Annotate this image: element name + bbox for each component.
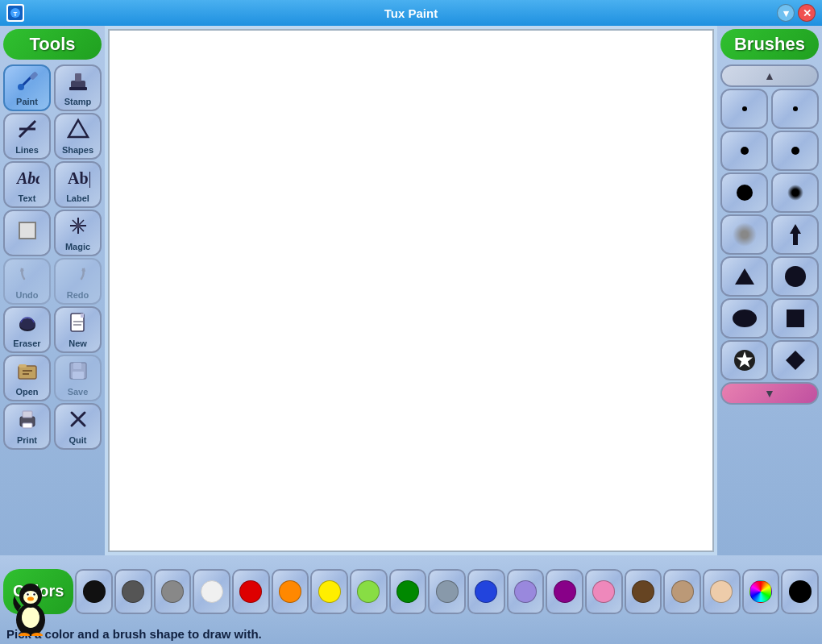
svg-point-4 (18, 84, 24, 90)
color-brown[interactable] (625, 569, 662, 614)
svg-marker-40 (735, 268, 754, 285)
brush-shape-small2 (791, 147, 799, 155)
label-icon: Ab| (66, 166, 90, 192)
color-red[interactable] (232, 569, 270, 614)
brush-shape-med (737, 185, 753, 201)
eraser-label: Eraser (13, 339, 40, 348)
tool-quit[interactable]: Quit (54, 403, 102, 450)
tool-label[interactable]: Ab| Label (54, 161, 102, 208)
tool-open[interactable]: Open (3, 355, 51, 401)
svg-text:Ab|: Ab| (68, 169, 90, 188)
color-light-green[interactable] (350, 569, 388, 614)
color-black[interactable] (75, 569, 113, 614)
brush-shape-softer (733, 222, 757, 247)
color-black2-circle (789, 580, 812, 603)
color-yellow[interactable] (310, 569, 348, 614)
tool-row-7: Open Save (3, 355, 102, 401)
color-rainbow[interactable] (742, 569, 780, 614)
brush-med-soft-right[interactable] (771, 172, 819, 213)
tool-save: Save (54, 355, 102, 401)
brush-diamond[interactable] (771, 340, 819, 380)
color-white[interactable] (193, 569, 230, 614)
tool-row-5: Undo Redo (3, 258, 102, 305)
brush-circle-large[interactable] (771, 256, 819, 297)
svg-text:Abc: Abc (15, 169, 39, 187)
text-icon: Abc (15, 166, 39, 192)
main-area: Tools Paint (0, 26, 822, 555)
close-button[interactable]: ✕ (798, 4, 816, 22)
svg-point-45 (22, 607, 39, 628)
svg-text:T: T (14, 10, 18, 18)
color-green[interactable] (389, 569, 427, 614)
tool-redo: Redo (54, 258, 102, 305)
brush-scroll-up[interactable]: ▲ (720, 64, 819, 87)
brush-tiny-left[interactable] (720, 89, 768, 129)
save-label: Save (68, 387, 89, 397)
tool-row-6: Eraser New (3, 306, 102, 353)
tool-print[interactable]: Print (3, 403, 51, 450)
brush-star[interactable] (720, 340, 768, 380)
svg-point-51 (33, 593, 35, 595)
fill-icon (16, 219, 39, 245)
brush-oval[interactable] (720, 298, 768, 339)
color-tan-circle (671, 580, 694, 603)
print-label: Print (17, 435, 37, 445)
tool-fill[interactable] (3, 210, 51, 256)
brush-soft-left[interactable] (720, 214, 768, 255)
color-peach-circle (710, 580, 733, 603)
brush-small-left[interactable] (720, 131, 768, 171)
tool-eraser[interactable]: Eraser (3, 306, 51, 353)
color-gray[interactable] (154, 569, 192, 614)
svg-marker-43 (786, 351, 805, 370)
svg-rect-24 (81, 314, 84, 318)
brush-row-3 (720, 172, 819, 213)
canvas-area[interactable] (108, 29, 714, 552)
color-white-circle (201, 580, 223, 603)
new-icon (67, 311, 89, 337)
quit-icon (67, 408, 89, 434)
shapes-icon (67, 118, 89, 143)
minimize-button[interactable]: ▾ (777, 4, 795, 22)
open-label: Open (15, 387, 38, 397)
color-purple[interactable] (546, 569, 583, 614)
color-blue[interactable] (467, 569, 505, 614)
color-dark-gray-circle (122, 580, 144, 603)
tool-stamp[interactable]: Stamp (54, 64, 102, 111)
color-pink-circle (592, 580, 615, 603)
color-peach[interactable] (703, 569, 741, 614)
tool-magic[interactable]: Magic (54, 210, 102, 256)
tool-row-1: Paint Stamp (3, 64, 102, 111)
tool-new[interactable]: New (54, 306, 102, 353)
tool-text[interactable]: Abc Text (3, 161, 51, 208)
color-purple-circle (554, 580, 576, 603)
tool-paint[interactable]: Paint (3, 64, 51, 111)
redo-label: Redo (67, 290, 89, 300)
brush-triangle[interactable] (720, 256, 768, 297)
brush-arrow-right[interactable] (771, 214, 819, 255)
paint-icon (16, 69, 39, 95)
color-dark-gray[interactable] (114, 569, 152, 614)
brush-square[interactable] (771, 298, 819, 339)
color-purple-light-circle (514, 580, 537, 603)
color-tan[interactable] (663, 569, 701, 614)
brush-med-left[interactable] (720, 172, 768, 213)
brush-tiny-right[interactable] (771, 89, 819, 129)
color-orange[interactable] (272, 569, 309, 614)
svg-rect-7 (75, 73, 81, 81)
color-blue-gray[interactable] (428, 569, 466, 614)
tool-row-4: Magic (3, 210, 102, 256)
brush-small-right[interactable] (771, 131, 819, 171)
lines-icon (16, 118, 39, 143)
svg-rect-32 (73, 363, 81, 369)
label-label: Label (66, 193, 89, 203)
color-black-circle (83, 580, 106, 603)
tool-lines[interactable]: Lines (3, 113, 51, 160)
color-purple-light[interactable] (507, 569, 545, 614)
brush-scroll-down[interactable]: ▼ (720, 382, 819, 405)
tool-shapes[interactable]: Shapes (54, 113, 102, 160)
brush-star-icon (733, 348, 757, 372)
color-pink[interactable] (585, 569, 623, 614)
color-black2[interactable] (781, 569, 819, 614)
tool-row-8: Print Quit (3, 403, 102, 450)
color-light-green-circle (357, 580, 380, 603)
